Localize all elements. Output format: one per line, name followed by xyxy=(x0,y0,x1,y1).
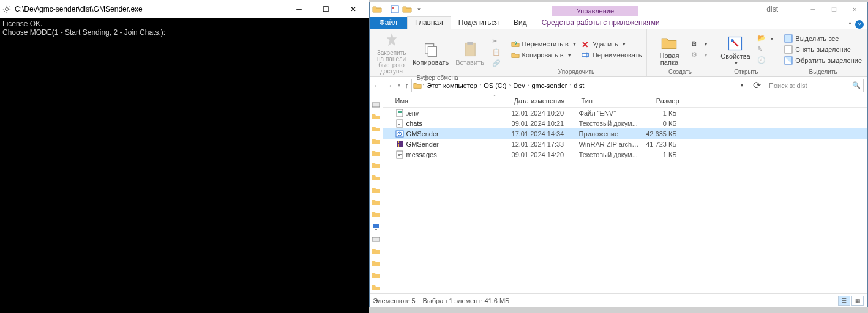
copy-to-icon xyxy=(511,51,520,59)
svg-point-0 xyxy=(5,7,8,10)
breadcrumb[interactable]: › Этот компьютер› OS (C:)› Dev› gmc-send… xyxy=(411,79,747,92)
file-row[interactable]: .env12.01.2024 10:20Файл "ENV"1 КБ xyxy=(383,108,867,118)
select-none-button[interactable]: Снять выделение xyxy=(783,45,863,54)
open-button[interactable]: 📂▼ xyxy=(756,34,775,43)
minimize-button[interactable]: ─ xyxy=(803,3,823,15)
paste-button[interactable]: Вставить xyxy=(452,40,488,66)
svg-rect-13 xyxy=(372,103,380,107)
copy-button[interactable]: Копировать xyxy=(413,40,449,66)
folder-icon[interactable] xyxy=(372,198,380,207)
delete-button[interactable]: ✕ Удалить▼ xyxy=(580,39,643,49)
new-folder-icon[interactable] xyxy=(402,4,412,14)
folder-icon[interactable] xyxy=(372,4,382,14)
folder-icon[interactable] xyxy=(372,137,380,145)
ribbon-collapse-icon[interactable]: ˄ xyxy=(848,21,851,28)
delete-icon: ✕ xyxy=(582,40,590,48)
invert-selection-button[interactable]: Обратить выделение xyxy=(783,56,863,65)
col-type[interactable]: Тип xyxy=(582,97,643,105)
properties-icon[interactable] xyxy=(390,4,400,14)
svg-rect-14 xyxy=(373,224,379,228)
col-size[interactable]: Размер xyxy=(643,97,679,105)
svg-rect-6 xyxy=(467,42,473,45)
shortcut-icon: 🔗 xyxy=(492,59,501,68)
file-size: 41 723 КБ xyxy=(640,141,677,148)
folder-icon[interactable] xyxy=(372,247,380,256)
search-input[interactable]: Поиск в: dist 🔍 xyxy=(766,79,864,92)
cut-button[interactable]: ✂ xyxy=(491,37,502,46)
file-row[interactable]: messages09.01.2024 14:20Текстовый докум.… xyxy=(383,149,867,160)
file-name: GMSender xyxy=(406,130,512,138)
nav-tree-collapsed[interactable] xyxy=(370,94,383,293)
file-row[interactable]: GMSender12.01.2024 17:33WinRAR ZIP archi… xyxy=(383,139,867,149)
pc-icon[interactable] xyxy=(372,223,380,231)
column-headers[interactable]: Имя ˄ Дата изменения Тип Размер xyxy=(383,94,867,108)
tab-home[interactable]: Главная xyxy=(407,16,451,29)
pin-button[interactable]: Закрепить на панели быстрого доступа xyxy=(373,31,410,75)
close-button[interactable]: ✕ xyxy=(844,3,865,15)
folder-icon[interactable] xyxy=(372,125,380,133)
svg-rect-2 xyxy=(392,7,394,9)
tab-file[interactable]: Файл xyxy=(370,17,408,29)
svg-rect-19 xyxy=(398,112,402,113)
folder-icon[interactable] xyxy=(372,161,380,170)
file-type: Файл "ENV" xyxy=(579,109,640,117)
svg-rect-21 xyxy=(398,122,402,122)
new-folder-button[interactable]: Новая папка xyxy=(651,33,687,66)
folder-icon[interactable] xyxy=(372,210,380,219)
svg-rect-22 xyxy=(398,123,402,123)
details-view-button[interactable]: ☰ xyxy=(838,296,850,306)
svg-rect-18 xyxy=(398,111,402,112)
svg-rect-5 xyxy=(465,43,474,56)
col-date[interactable]: Дата изменения xyxy=(514,97,582,105)
close-button[interactable]: ✕ xyxy=(340,1,367,18)
recent-dropdown[interactable]: ▾ xyxy=(398,83,400,88)
easy-access-icon: ⚙ xyxy=(691,51,700,59)
help-icon[interactable]: ? xyxy=(855,20,864,29)
properties-button[interactable]: Свойства▼ xyxy=(717,34,754,65)
console-output[interactable]: License OK. Choose MODE(1 - Start Sendin… xyxy=(0,18,369,313)
svg-rect-33 xyxy=(398,154,402,155)
folder-icon[interactable] xyxy=(372,112,380,121)
tab-view[interactable]: Вид xyxy=(506,17,534,29)
new-item-button[interactable]: 🗎▼ xyxy=(690,39,709,49)
select-all-button[interactable]: Выделить все xyxy=(783,34,863,43)
icons-view-button[interactable]: ▦ xyxy=(851,296,864,306)
tab-apptools[interactable]: Средства работы с приложениями xyxy=(534,17,667,29)
file-list[interactable]: Имя ˄ Дата изменения Тип Размер .env12.0… xyxy=(383,94,867,293)
drive-icon[interactable] xyxy=(372,235,380,243)
copy-to-button[interactable]: Копировать в▼ xyxy=(510,50,578,60)
ribbon-group-open: Свойства▼ 📂▼ ✎ 🕘 Открыть xyxy=(713,29,779,76)
copy-path-button[interactable]: 📋 xyxy=(491,48,502,57)
folder-icon[interactable] xyxy=(372,174,380,182)
context-tab-apptools[interactable]: Управление xyxy=(552,6,638,16)
file-row[interactable]: chats09.01.2024 10:21Текстовый докум...0… xyxy=(383,118,867,128)
open-icon: 📂 xyxy=(757,34,766,43)
forward-button[interactable]: → xyxy=(386,81,393,90)
history-button[interactable]: 🕘 xyxy=(756,56,775,65)
rename-button[interactable]: Переименовать xyxy=(580,50,643,60)
gear-icon xyxy=(2,5,11,13)
maximize-button[interactable]: ☐ xyxy=(313,1,340,18)
tab-share[interactable]: Поделиться xyxy=(451,17,506,29)
addr-dropdown-icon[interactable]: ▾ xyxy=(738,83,746,88)
explorer-titlebar[interactable]: ▼ Управление dist ─ ☐ ✕ xyxy=(370,2,867,16)
paste-shortcut-button[interactable]: 🔗 xyxy=(491,59,502,68)
folder-icon[interactable] xyxy=(372,186,380,194)
qat-dropdown-icon[interactable]: ▼ xyxy=(414,4,424,14)
move-to-button[interactable]: Переместить в▼ xyxy=(510,39,578,49)
console-titlebar[interactable]: C:\Dev\gmc-sender\dist\GMSender.exe ─ ☐ … xyxy=(0,0,369,18)
drive-icon[interactable] xyxy=(372,100,380,109)
file-row[interactable]: GMSender17.01.2024 14:34Приложение42 635… xyxy=(383,128,867,139)
minimize-button[interactable]: ─ xyxy=(286,1,313,18)
folder-icon[interactable] xyxy=(372,149,380,158)
folder-icon[interactable] xyxy=(372,271,380,280)
refresh-button[interactable]: ⟳ xyxy=(750,79,763,91)
easy-access-button[interactable]: ⚙▼ xyxy=(690,50,709,60)
edit-button[interactable]: ✎ xyxy=(756,45,775,54)
file-type: Текстовый докум... xyxy=(579,151,640,158)
folder-icon[interactable] xyxy=(372,284,380,292)
maximize-button[interactable]: ☐ xyxy=(823,3,844,15)
up-button[interactable]: ↑ xyxy=(405,81,409,90)
back-button[interactable]: ← xyxy=(373,81,381,90)
folder-icon[interactable] xyxy=(372,259,380,268)
